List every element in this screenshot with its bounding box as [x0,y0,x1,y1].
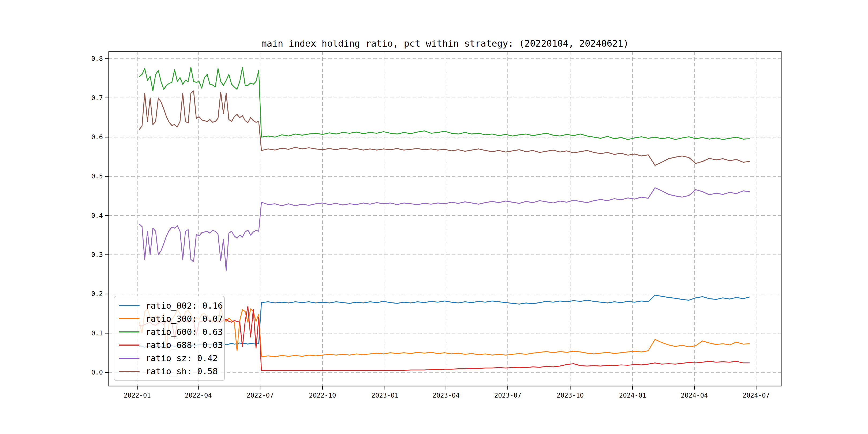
y-tick-label: 0.3 [91,251,103,258]
y-tick-label: 0.5 [91,173,103,180]
legend-item-ratio_688: ratio_688: 0.03 [119,341,220,349]
legend: ratio_002: 0.16ratio_300: 0.07ratio_600:… [114,296,225,381]
y-tick-label: 0.8 [91,55,103,62]
y-tick-label: 0.6 [91,133,103,141]
x-tick-label: 2022-07 [246,392,274,399]
x-tick-label: 2023-04 [432,392,460,399]
legend-item-ratio_300: ratio_300: 0.07 [119,314,220,323]
x-tick-label: 2022-01 [124,392,151,399]
legend-line-sample [119,344,140,346]
line-ratio_688 [139,307,749,371]
x-tick-label: 2024-01 [619,392,646,399]
y-tick-label: 0.1 [91,330,103,337]
line-ratio_300 [139,307,749,356]
y-tick-label: 0.0 [91,369,103,376]
legend-item-ratio_600: ratio_600: 0.63 [119,328,220,336]
legend-item-label: ratio_sh: 0.58 [146,367,218,376]
y-tick-label: 0.2 [91,290,103,298]
x-tick-label: 2024-07 [743,392,770,399]
line-ratio_002 [139,295,749,347]
legend-item-label: ratio_688: 0.03 [146,341,223,349]
legend-item-label: ratio_002: 0.16 [146,301,223,310]
legend-item-label: ratio_600: 0.63 [146,328,223,336]
x-tick-label: 2023-07 [494,392,521,399]
x-tick-label: 2024-04 [681,392,708,399]
x-tick-label: 2023-01 [371,392,398,399]
legend-line-sample [119,331,140,333]
y-tick-label: 0.4 [91,212,103,219]
y-tick-label: 0.7 [91,94,103,102]
line-ratio_600 [139,67,749,140]
x-tick-label: 2022-10 [309,392,336,399]
legend-item-ratio_sh: ratio_sh: 0.58 [119,367,220,376]
figure-canvas: { "chart_data": { "type": "line", "title… [0,0,868,434]
x-tick-label: 2023-10 [557,392,584,399]
chart-title: main index holding ratio, pct within str… [109,38,781,49]
legend-line-sample [119,358,140,359]
legend-item-ratio_sz: ratio_sz: 0.42 [119,354,220,363]
legend-item-label: ratio_sz: 0.42 [146,354,218,363]
legend-line-sample [119,305,140,306]
line-ratio_sh [139,91,749,165]
legend-line-sample [119,318,140,319]
legend-item-label: ratio_300: 0.07 [146,314,223,323]
legend-item-ratio_002: ratio_002: 0.16 [119,301,220,310]
x-tick-label: 2022-04 [185,392,212,399]
line-ratio_sz [139,188,749,271]
legend-line-sample [119,371,140,372]
